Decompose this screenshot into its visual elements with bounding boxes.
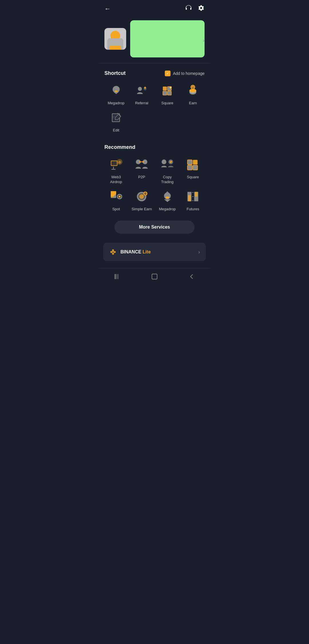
recommend-simpleearn-label: Simple Earn <box>132 207 152 212</box>
nav-home-button[interactable] <box>149 272 160 281</box>
more-services-wrap: More Services <box>99 216 210 241</box>
svg-text:◎: ◎ <box>118 160 121 164</box>
profile-section: › <box>99 17 210 63</box>
recommend-spot-label: Spot <box>112 207 120 212</box>
shortcut-title: Shortcut <box>104 70 126 76</box>
recommend-futures[interactable]: Futures <box>181 189 205 212</box>
shortcut-megadrop[interactable]: Megadrop <box>104 83 128 106</box>
svg-rect-54 <box>195 192 197 197</box>
headset-icon[interactable] <box>185 5 192 13</box>
svg-rect-1 <box>115 91 118 92</box>
top-bar: ← <box>99 0 210 17</box>
recommend-simpleearn[interactable]: Simple Earn <box>130 189 154 212</box>
svg-rect-60 <box>118 274 118 279</box>
svg-rect-58 <box>114 274 116 279</box>
recommend-square-label: Square <box>187 175 199 180</box>
svg-rect-36 <box>193 160 198 165</box>
shortcut-header: Shortcut ✓ Add to homepage <box>104 70 205 76</box>
profile-banner <box>130 20 205 57</box>
svg-rect-8 <box>163 91 167 95</box>
shortcut-square[interactable]: Square <box>156 83 179 106</box>
recommend-web3airdrop[interactable]: ◎ Web3Airdrop <box>104 157 128 185</box>
svg-point-32 <box>162 159 167 164</box>
binance-lite-left: BINANCE Lite <box>109 248 151 256</box>
shortcut-square-label: Square <box>161 101 173 106</box>
profile-chevron[interactable]: › <box>203 37 205 43</box>
recommend-futures-label: Futures <box>187 207 199 212</box>
binance-lite-chevron: › <box>198 249 200 255</box>
recommend-copytrading[interactable]: CopyTrading <box>156 157 179 185</box>
settings-icon[interactable] <box>198 5 205 13</box>
svg-rect-6 <box>163 87 167 91</box>
add-homepage-toggle[interactable]: ✓ Add to homepage <box>165 71 205 76</box>
add-homepage-label: Add to homepage <box>173 71 205 76</box>
checkbox-checked: ✓ <box>165 71 171 76</box>
bottom-nav <box>99 268 210 287</box>
svg-rect-52 <box>188 195 191 201</box>
binance-brand-text: BINANCE Lite <box>120 249 151 255</box>
nav-menu-button[interactable] <box>112 272 123 281</box>
svg-rect-61 <box>152 274 157 279</box>
recommend-spot[interactable]: Spot <box>104 189 128 212</box>
shortcut-earn[interactable]: $ Earn <box>181 83 205 106</box>
shortcut-referral-label: Referral <box>135 101 148 106</box>
svg-point-2 <box>138 87 142 91</box>
shortcut-megadrop-label: Megadrop <box>108 101 124 106</box>
recommend-square[interactable]: Square <box>181 157 205 185</box>
recommend-grid: ◎ Web3Airdrop P2P <box>104 157 205 212</box>
shortcut-grid: Megadrop Referral <box>104 83 205 133</box>
shortcut-referral[interactable]: Referral <box>130 83 154 106</box>
recommend-header: Recommend <box>104 144 205 150</box>
svg-rect-38 <box>193 165 198 170</box>
shortcut-edit-label: Edit <box>113 128 119 133</box>
shortcut-section: Shortcut ✓ Add to homepage Megadrop <box>99 63 210 137</box>
recommend-p2p[interactable]: P2P <box>130 157 154 185</box>
avatar <box>104 28 126 50</box>
nav-back-button[interactable] <box>186 272 197 281</box>
svg-point-43 <box>118 195 120 197</box>
svg-rect-35 <box>187 160 192 165</box>
recommend-megadrop[interactable]: Megadrop <box>156 189 179 212</box>
binance-lite-bar[interactable]: BINANCE Lite › <box>103 243 206 261</box>
svg-text:$: $ <box>192 87 193 89</box>
shortcut-earn-label: Earn <box>189 101 197 106</box>
shortcut-edit[interactable]: Edit <box>104 110 128 133</box>
recommend-copytrading-label: CopyTrading <box>161 175 174 185</box>
back-button[interactable]: ← <box>104 5 111 13</box>
recommend-section: Recommend ◎ Web3Airdrop <box>99 137 210 216</box>
svg-rect-59 <box>117 274 117 279</box>
more-services-button[interactable]: More Services <box>114 221 195 234</box>
recommend-megadrop-label: Megadrop <box>159 207 176 212</box>
svg-rect-22 <box>111 161 117 165</box>
recommend-p2p-label: P2P <box>138 175 145 180</box>
svg-rect-37 <box>187 165 192 170</box>
svg-point-46 <box>139 194 144 199</box>
recommend-web3airdrop-label: Web3Airdrop <box>110 175 122 185</box>
binance-name: BINANCE <box>120 249 141 254</box>
binance-lite-label: Lite <box>142 249 150 254</box>
svg-rect-9 <box>167 91 171 95</box>
recommend-title: Recommend <box>104 144 135 150</box>
svg-rect-50 <box>166 197 169 199</box>
binance-logo-icon <box>109 248 117 256</box>
